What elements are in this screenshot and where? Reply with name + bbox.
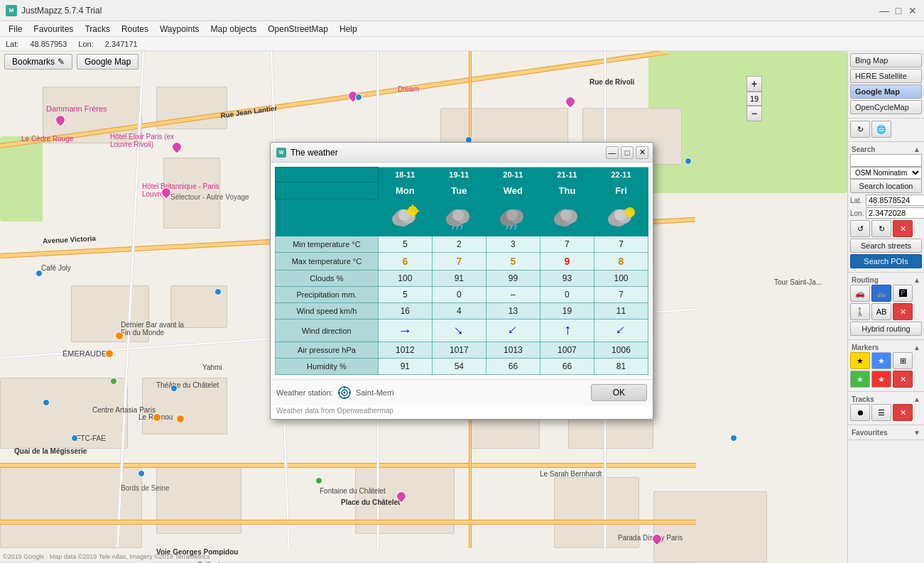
svg-line-15 (461, 225, 462, 229)
station-label: Weather station: (276, 388, 333, 397)
here-satellite-button[interactable]: HERE Satellite (850, 69, 922, 83)
bing-map-button[interactable]: Bing Map (850, 53, 922, 67)
zoom-level: 19 (746, 92, 762, 106)
marker-red[interactable]: ★ (871, 371, 891, 388)
humidity-tue: 54 (432, 359, 486, 375)
min-temp-thu: 7 (540, 236, 594, 253)
marker-grid[interactable]: ⊞ (893, 352, 913, 369)
menu-mapobjects[interactable]: Map objects (205, 23, 263, 35)
humidity-label: Humidity % (276, 359, 379, 375)
track-delete-button[interactable]: ✕ (893, 404, 913, 421)
station-target-icon (337, 386, 352, 400)
app-icon: M (6, 5, 17, 16)
track-list-button[interactable]: ☰ (871, 404, 891, 421)
markers-expand-icon[interactable]: ▲ (913, 344, 920, 351)
ok-button[interactable]: OK (591, 384, 647, 401)
google-map-button[interactable]: Google Map (77, 54, 138, 70)
clouds-mon: 100 (378, 270, 432, 287)
menu-help[interactable]: Help (334, 23, 363, 35)
lat-input[interactable] (866, 195, 924, 206)
zoom-out-button[interactable]: − (746, 106, 762, 121)
titlebar: M JustMapzz 5.7.4 Trial — □ ✕ (0, 0, 924, 21)
weather-maximize-button[interactable]: □ (621, 146, 634, 159)
clouds-thu: 93 (540, 270, 594, 287)
zoom-in-button[interactable]: + (746, 76, 762, 92)
weather-footer: Weather station: Saint-Merri OK (271, 379, 653, 405)
date-header-empty (276, 168, 379, 182)
day-header-tue: Tue (432, 182, 486, 199)
wind-speed-label: Wind speed km/h (276, 303, 379, 319)
weather-minimize-button[interactable]: — (606, 146, 619, 159)
routing-clear-icon[interactable]: ✕ (893, 303, 913, 320)
pressure-mon: 1012 (378, 342, 432, 359)
marker-blue[interactable]: ★ (871, 352, 891, 369)
go-back-button[interactable]: ↺ (850, 220, 870, 237)
search-input[interactable] (850, 154, 922, 167)
routing-pedestrian-icon[interactable]: 🅿 (893, 285, 913, 302)
app-title: JustMapzz 5.7.4 Trial (21, 6, 102, 16)
svg-point-26 (560, 209, 572, 221)
refresh-button[interactable]: ↻ (850, 121, 870, 138)
weather-wind-speed-row: Wind speed km/h 16 4 13 19 11 (276, 303, 648, 319)
menu-routes[interactable]: Routes (116, 23, 154, 35)
minimize-button[interactable]: — (879, 5, 890, 16)
label-rue-rivoli: Rue de Rivoli (589, 78, 634, 86)
day-header-mon: Mon (378, 182, 432, 199)
favourites-expand-icon[interactable]: ▼ (913, 429, 920, 437)
weather-max-temp-row: Max temperature °C 6 7 5 9 8 (276, 253, 648, 270)
label-sarah: Le Sarah Bernhardt (540, 470, 602, 478)
maximize-button[interactable]: □ (893, 5, 904, 16)
weather-precip-row: Precipitation mm. 5 0 – 0 7 (276, 287, 648, 303)
weather-icon-tue (432, 199, 486, 236)
weather-titlebar-left: W The weather (276, 148, 338, 158)
tracks-expand-icon[interactable]: ▲ (913, 395, 920, 403)
poi-marker-16 (138, 470, 145, 477)
label-selectour: Sélectour - Autre Voyage (170, 193, 249, 201)
globe-button[interactable]: 🌐 (871, 121, 891, 138)
track-record-button[interactable]: ⏺ (850, 404, 870, 421)
weather-icon-wed (486, 199, 540, 236)
pressure-label: Air pressure hPa (276, 342, 379, 359)
routing-walk-icon[interactable]: 🚶 (850, 303, 870, 320)
routing-expand-icon[interactable]: ▲ (913, 276, 920, 284)
close-button[interactable]: ✕ (907, 5, 918, 16)
marker-delete[interactable]: ✕ (893, 371, 913, 388)
clear-coords-button[interactable]: ✕ (893, 220, 913, 237)
menu-file[interactable]: File (3, 23, 28, 35)
wind-arrow-wed: → (502, 319, 523, 341)
coord-buttons-row: ↺ ↻ ✕ (850, 220, 922, 237)
tracks-section-title: Tracks (852, 395, 874, 403)
clouds-label: Clouds % (276, 270, 379, 287)
weather-icon: W (276, 148, 286, 158)
menu-tracks[interactable]: Tracks (79, 23, 116, 35)
menu-openstreetmap[interactable]: OpenStreetMap (262, 23, 334, 35)
search-pois-button[interactable]: Search POIs (850, 254, 922, 268)
opencyclemap-button[interactable]: OpenCycleMap (850, 100, 922, 114)
routing-bike-icon[interactable]: 🚲 (871, 285, 891, 302)
routing-car-icon[interactable]: 🚗 (850, 285, 870, 302)
lon-input[interactable] (866, 207, 924, 219)
search-location-button[interactable]: Search location (850, 179, 922, 193)
search-engine-select[interactable]: OSM Nominatim (850, 167, 922, 179)
label-cedre: Le Cèdre Rouge (21, 135, 73, 143)
search-streets-button[interactable]: Search streets (850, 239, 922, 253)
go-forward-button[interactable]: ↻ (871, 220, 891, 237)
poi-marker-orange-4 (176, 415, 185, 423)
marker-green[interactable]: ★ (850, 371, 870, 388)
bookmarks-button[interactable]: Bookmarks ✎ (4, 54, 72, 70)
search-expand-icon[interactable]: ▲ (913, 146, 920, 153)
menu-favourites[interactable]: Favourites (28, 23, 79, 35)
routing-ab-icon[interactable]: AB (871, 303, 891, 320)
day-header-empty (276, 182, 379, 199)
hybrid-routing-button[interactable]: Hybrid routing (850, 322, 922, 336)
clouds-fri: 100 (594, 270, 648, 287)
coord-lon-row: Lon. (850, 207, 922, 219)
max-temp-wed: 5 (486, 253, 540, 270)
weather-data-note: Weather data from Openweathermap (271, 405, 653, 419)
marker-yellow[interactable]: ★ (850, 352, 870, 369)
google-map-type-button[interactable]: Google Map (850, 84, 922, 99)
bookmarks-label: Bookmarks (12, 57, 55, 67)
weather-close-button[interactable]: ✕ (636, 146, 648, 159)
menu-waypoints[interactable]: Waypoints (154, 23, 205, 35)
poi-marker-green-1 (110, 378, 117, 385)
